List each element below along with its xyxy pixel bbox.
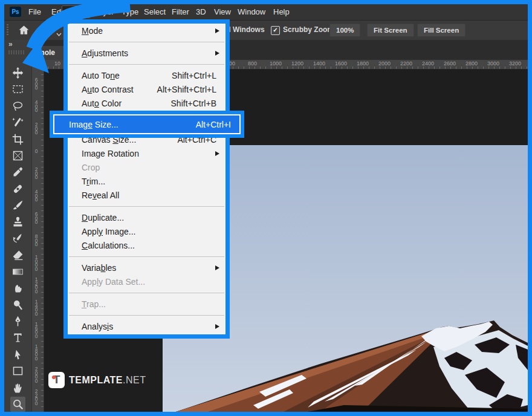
vertical-ruler: 6 0 04 0 02 0 002 0 04 0 06 0 08 0 01 0 … bbox=[31, 69, 44, 412]
menu-item-mode[interactable]: Mode bbox=[68, 24, 225, 37]
hruler-label: 1400 bbox=[313, 60, 325, 67]
watermark-text: TEMPLATE bbox=[69, 375, 123, 385]
tool-lasso-icon[interactable] bbox=[10, 99, 25, 114]
menu-item-trap[interactable]: Trap... bbox=[68, 297, 225, 311]
menu-shortcut: Shift+Ctrl+L bbox=[172, 71, 225, 80]
menu-separator bbox=[68, 311, 225, 319]
menubar-item-help[interactable]: Help bbox=[270, 5, 293, 18]
image-size-label: Image Size... bbox=[54, 120, 196, 129]
tool-bar: » bbox=[4, 39, 32, 412]
tool-smudge-icon[interactable] bbox=[10, 281, 25, 296]
menu-item-image-rotation[interactable]: Image Rotation bbox=[68, 146, 225, 160]
tool-gradient-icon[interactable] bbox=[10, 264, 25, 279]
vruler-label: 2 0 0 0 bbox=[33, 367, 39, 383]
vruler-label: 6 0 0 bbox=[33, 78, 39, 90]
menu-item-reveal-all[interactable]: Reveal All bbox=[68, 188, 225, 202]
tool-dodge-icon[interactable] bbox=[10, 297, 25, 313]
tool-spot-healing-brush-icon[interactable] bbox=[10, 181, 25, 197]
fill-screen-button[interactable]: Fill Screen bbox=[417, 24, 465, 37]
chevron-down-icon[interactable] bbox=[56, 28, 62, 39]
menu-item-calculations[interactable]: Calculations... bbox=[68, 238, 225, 252]
menu-separator bbox=[68, 252, 225, 261]
vruler-label: 4 0 0 bbox=[33, 100, 39, 112]
hruler-label: 2000 bbox=[378, 60, 391, 67]
menu-item-auto-tone[interactable]: Auto ToneShift+Ctrl+L bbox=[68, 68, 225, 82]
menubar-item-filter[interactable]: Filter bbox=[168, 5, 193, 18]
tool-type-icon[interactable] bbox=[10, 330, 25, 345]
vruler-label: 1 0 0 0 bbox=[33, 255, 39, 271]
menu-item-crop[interactable]: Crop bbox=[68, 160, 225, 174]
submenu-arrow-icon bbox=[215, 324, 219, 329]
photoshop-window: 1060080010001200140016001800200022002400… bbox=[0, 0, 532, 416]
scrubby-zoom-checkbox[interactable]: ✓ bbox=[271, 26, 280, 35]
menu-item-analysis[interactable]: Analysis bbox=[68, 319, 225, 333]
vruler-label: 2 0 0 bbox=[33, 167, 39, 180]
menu-separator bbox=[68, 37, 225, 46]
template-net-watermark: T TEMPLATE.NET bbox=[48, 372, 146, 388]
hruler-label: 1200 bbox=[291, 60, 303, 67]
menubar-item-image[interactable]: Image bbox=[62, 5, 91, 18]
template-logo-icon: T bbox=[48, 372, 65, 388]
photoshop-logo-icon: Ps bbox=[10, 7, 21, 17]
hruler-label: 1800 bbox=[357, 60, 369, 67]
vruler-label: 1 8 0 0 bbox=[33, 345, 39, 360]
home-icon[interactable] bbox=[18, 24, 30, 38]
collapse-toolbar-icon[interactable]: » bbox=[8, 40, 13, 48]
tool-path-selection-icon[interactable] bbox=[10, 347, 25, 362]
menubar-item-file[interactable]: File bbox=[25, 5, 45, 18]
tool-history-brush-icon[interactable] bbox=[10, 231, 25, 246]
menu-item-variables[interactable]: Variables bbox=[68, 261, 225, 275]
tool-zoom-icon[interactable] bbox=[10, 397, 25, 412]
hruler-label: 2200 bbox=[400, 60, 412, 67]
zoom-tool-icon[interactable] bbox=[42, 24, 53, 38]
toolbar-grip-icon[interactable] bbox=[8, 50, 25, 54]
hruler-label: 800 bbox=[248, 60, 257, 67]
submenu-arrow-icon bbox=[215, 265, 219, 270]
hruler-label: 2600 bbox=[444, 60, 456, 67]
menubar-item-view[interactable]: View bbox=[210, 5, 235, 18]
tool-rectangle-icon[interactable] bbox=[10, 363, 25, 379]
scrubby-zoom-label: Scrubby Zoom bbox=[283, 25, 334, 34]
tool-eyedropper-icon[interactable] bbox=[10, 164, 25, 180]
tool-hand-icon[interactable] bbox=[10, 380, 25, 395]
tool-pen-icon[interactable] bbox=[10, 314, 25, 329]
menu-item-apply-data-set[interactable]: Apply Data Set... bbox=[68, 275, 225, 288]
submenu-arrow-icon bbox=[215, 51, 219, 56]
hruler-label: 1600 bbox=[335, 60, 347, 67]
fit-screen-button[interactable]: Fit Screen bbox=[367, 24, 414, 37]
menu-item-adjustments[interactable]: Adjustments bbox=[68, 46, 225, 60]
tool-move-icon[interactable] bbox=[10, 65, 25, 80]
menu-bar: Ps FileEditImageLayerTypeSelectFilter3DV… bbox=[4, 4, 528, 20]
submenu-arrow-icon bbox=[215, 151, 219, 156]
menu-item-apply-image[interactable]: Apply Image... bbox=[68, 224, 225, 238]
menu-item-duplicate[interactable]: Duplicate... bbox=[68, 210, 225, 224]
menu-shortcut: Shift+Ctrl+B bbox=[171, 99, 225, 108]
zoom-100-button[interactable]: 100% bbox=[329, 24, 360, 37]
menubar-item-type[interactable]: Type bbox=[118, 5, 142, 18]
vruler-label: 1 4 0 0 bbox=[33, 300, 39, 316]
menu-item-image-size[interactable]: Image Size... Alt+Ctrl+I bbox=[53, 114, 241, 134]
tool-magic-wand-icon[interactable] bbox=[10, 115, 25, 130]
tool-eraser-icon[interactable] bbox=[10, 247, 25, 262]
menu-separator bbox=[68, 60, 225, 68]
tool-frame-icon[interactable] bbox=[10, 148, 25, 163]
tool-crop-icon[interactable] bbox=[10, 132, 25, 147]
menubar-item-layer[interactable]: Layer bbox=[91, 5, 118, 18]
menubar-item-select[interactable]: Select bbox=[140, 5, 169, 18]
options-grip-icon bbox=[7, 24, 8, 36]
image-menu-dropdown: ModeAdjustmentsAuto ToneShift+Ctrl+LAuto… bbox=[63, 19, 230, 339]
menubar-item-window[interactable]: Window bbox=[234, 5, 269, 18]
vruler-label: 6 0 0 bbox=[33, 212, 39, 224]
menubar-item-3d[interactable]: 3D bbox=[192, 5, 210, 18]
hruler-label: 3000 bbox=[487, 60, 499, 67]
menu-item-trim[interactable]: Trim... bbox=[68, 174, 225, 188]
menu-separator bbox=[68, 288, 225, 297]
menu-item-auto-contrast[interactable]: Auto ContrastAlt+Shift+Ctrl+L bbox=[68, 82, 225, 96]
hruler-label: 2800 bbox=[465, 60, 478, 67]
tool-clone-stamp-icon[interactable] bbox=[10, 215, 25, 230]
submenu-arrow-icon bbox=[215, 28, 219, 33]
tool-rectangular-marquee-icon[interactable] bbox=[10, 82, 25, 97]
menu-item-auto-color[interactable]: Auto ColorShift+Ctrl+B bbox=[68, 96, 225, 110]
vruler-label: 1 6 0 0 bbox=[33, 322, 39, 338]
tool-brush-icon[interactable] bbox=[10, 198, 25, 213]
